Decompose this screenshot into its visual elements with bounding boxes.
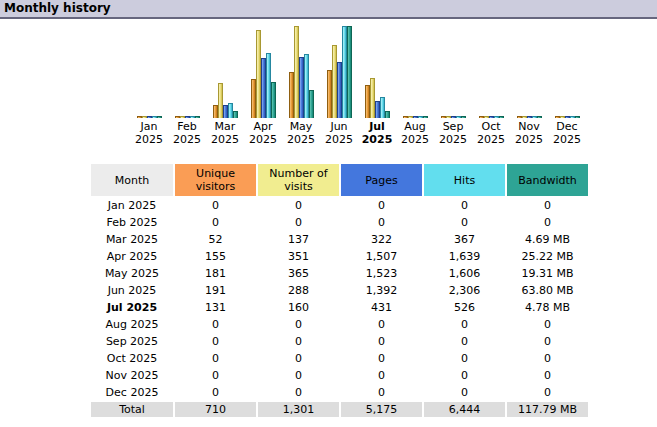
- cell-month: Jul 2025: [91, 300, 173, 315]
- chart-month-label: Sep 2025: [434, 120, 472, 146]
- chart-month-group: [358, 24, 396, 118]
- cell-unique: 52: [175, 232, 256, 247]
- monthly-history-chart: Jan 2025Feb 2025Mar 2025Apr 2025May 2025…: [130, 24, 586, 146]
- table-row: Dec 202500000: [91, 385, 588, 400]
- cell-pages: 431: [341, 300, 422, 315]
- chart-plot-area: [130, 24, 586, 118]
- chart-month-label: Jan 2025: [130, 120, 168, 146]
- column-header-bandwidth: Bandwidth: [507, 164, 588, 196]
- cell-month: Apr 2025: [91, 249, 173, 264]
- chart-month-group: [320, 24, 358, 118]
- cell-bandwidth: 0: [507, 215, 588, 230]
- cell-hits: 0: [424, 198, 505, 213]
- cell-hits: 1,639: [424, 249, 505, 264]
- cell-pages: 0: [341, 317, 422, 332]
- bar-bandwidth: [499, 116, 504, 118]
- cell-unique: 0: [175, 198, 256, 213]
- cell-pages: 0: [341, 368, 422, 383]
- table-row: Nov 202500000: [91, 368, 588, 383]
- cell-bandwidth: 4.69 MB: [507, 232, 588, 247]
- cell-pages: 322: [341, 232, 422, 247]
- cell-hits: 0: [424, 334, 505, 349]
- column-header-visits: Number of visits: [258, 164, 339, 196]
- chart-month-label: Dec 2025: [548, 120, 586, 146]
- cell-month: Mar 2025: [91, 232, 173, 247]
- chart-month-label: Jul 2025: [358, 120, 396, 146]
- cell-visits: 0: [258, 368, 339, 383]
- chart-month-label: Oct 2025: [472, 120, 510, 146]
- chart-month-labels: Jan 2025Feb 2025Mar 2025Apr 2025May 2025…: [130, 120, 586, 146]
- chart-month-group: [434, 24, 472, 118]
- cell-unique: 0: [175, 351, 256, 366]
- cell-unique: 131: [175, 300, 256, 315]
- cell-hits: 0: [424, 317, 505, 332]
- cell-hits: 367: [424, 232, 505, 247]
- cell-month: Dec 2025: [91, 385, 173, 400]
- chart-month-group: [548, 24, 586, 118]
- column-header-hits: Hits: [424, 164, 505, 196]
- table-row: Oct 202500000: [91, 351, 588, 366]
- cell-bandwidth: 0: [507, 385, 588, 400]
- cell-unique: 0: [175, 317, 256, 332]
- cell-total-unique: 710: [175, 402, 256, 417]
- column-header-unique: Unique visitors: [175, 164, 256, 196]
- table-row: Mar 2025521373223674.69 MB: [91, 232, 588, 247]
- cell-unique: 155: [175, 249, 256, 264]
- cell-hits: 0: [424, 351, 505, 366]
- cell-bandwidth: 4.78 MB: [507, 300, 588, 315]
- table-row: Jan 202500000: [91, 198, 588, 213]
- cell-month: Aug 2025: [91, 317, 173, 332]
- cell-hits: 1,606: [424, 266, 505, 281]
- bar-bandwidth: [347, 26, 352, 118]
- chart-month-group: [130, 24, 168, 118]
- cell-visits: 0: [258, 385, 339, 400]
- cell-total-hits: 6,444: [424, 402, 505, 417]
- bar-bandwidth: [461, 116, 466, 118]
- cell-total-visits: 1,301: [258, 402, 339, 417]
- cell-visits: 0: [258, 334, 339, 349]
- cell-bandwidth: 0: [507, 334, 588, 349]
- table-row: Apr 20251553511,5071,63925.22 MB: [91, 249, 588, 264]
- cell-bandwidth: 63.80 MB: [507, 283, 588, 298]
- cell-total-pages: 5,175: [341, 402, 422, 417]
- chart-month-label: Feb 2025: [168, 120, 206, 146]
- cell-hits: 0: [424, 215, 505, 230]
- chart-month-group: [282, 24, 320, 118]
- chart-month-label: Aug 2025: [396, 120, 434, 146]
- cell-pages: 0: [341, 198, 422, 213]
- bar-bandwidth: [385, 111, 390, 118]
- cell-visits: 351: [258, 249, 339, 264]
- cell-bandwidth: 0: [507, 317, 588, 332]
- chart-month-group: [396, 24, 434, 118]
- cell-visits: 0: [258, 317, 339, 332]
- chart-month-label: Jun 2025: [320, 120, 358, 146]
- cell-month: Nov 2025: [91, 368, 173, 383]
- cell-pages: 0: [341, 351, 422, 366]
- cell-total-label: Total: [91, 402, 173, 417]
- cell-pages: 0: [341, 215, 422, 230]
- section-title-bar: Monthly history: [0, 0, 657, 19]
- chart-month-group: [168, 24, 206, 118]
- bar-bandwidth: [157, 116, 162, 118]
- table-row: May 20251813651,5231,60619.31 MB: [91, 266, 588, 281]
- page-title: Monthly history: [4, 1, 111, 15]
- cell-pages: 0: [341, 334, 422, 349]
- cell-month: Jan 2025: [91, 198, 173, 213]
- bar-bandwidth: [537, 116, 542, 118]
- cell-month: Oct 2025: [91, 351, 173, 366]
- cell-month: May 2025: [91, 266, 173, 281]
- cell-pages: 0: [341, 385, 422, 400]
- cell-unique: 0: [175, 385, 256, 400]
- chart-month-group: [510, 24, 548, 118]
- cell-hits: 0: [424, 385, 505, 400]
- cell-pages: 1,523: [341, 266, 422, 281]
- cell-visits: 160: [258, 300, 339, 315]
- cell-total-bandwidth: 117.79 MB: [507, 402, 588, 417]
- cell-bandwidth: 0: [507, 368, 588, 383]
- table-total-row: Total7101,3015,1756,444117.79 MB: [91, 402, 588, 417]
- cell-unique: 181: [175, 266, 256, 281]
- monthly-history-table: MonthUnique visitorsNumber of visitsPage…: [89, 162, 590, 419]
- cell-month: Jun 2025: [91, 283, 173, 298]
- cell-visits: 0: [258, 215, 339, 230]
- chart-month-label: Apr 2025: [244, 120, 282, 146]
